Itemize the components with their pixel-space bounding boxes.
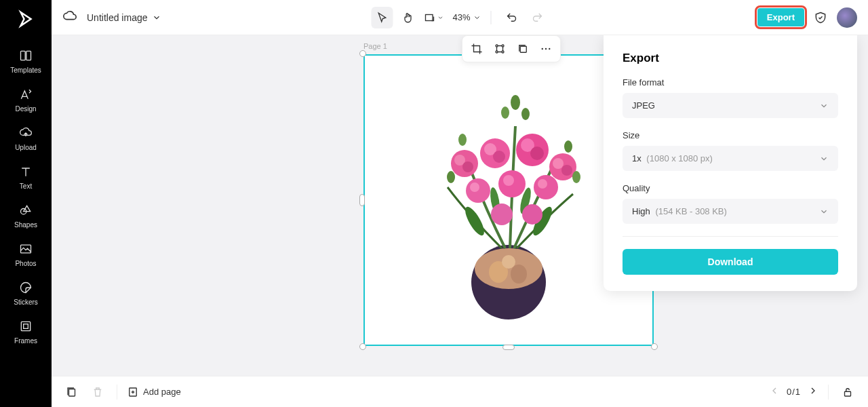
format-value: JPEG <box>632 100 655 111</box>
page-label: Page 1 <box>363 42 387 50</box>
svg-point-7 <box>496 45 498 47</box>
format-label: File format <box>623 77 838 88</box>
quality-value: High <box>632 206 650 216</box>
svg-rect-6 <box>425 14 433 20</box>
design-icon <box>18 86 34 102</box>
svg-point-42 <box>491 204 513 225</box>
rail-item-upload[interactable]: Upload <box>0 118 52 157</box>
rail-item-photos[interactable]: Photos <box>0 234 52 273</box>
svg-point-8 <box>502 45 504 47</box>
shapes-icon <box>18 202 34 218</box>
more-icon[interactable] <box>536 39 556 59</box>
topbar: Untitled image 43% <box>52 0 868 35</box>
topbar-center-tools: 43% <box>371 7 548 28</box>
download-button[interactable]: Download <box>623 249 838 275</box>
next-page-button[interactable] <box>808 385 818 398</box>
quality-hint: (154 KB - 308 KB) <box>655 206 727 216</box>
chevron-down-icon <box>819 207 829 216</box>
format-select[interactable]: JPEG <box>623 93 838 118</box>
undo-button[interactable] <box>501 7 523 28</box>
export-button[interactable]: Export <box>757 8 804 26</box>
lock-icon[interactable] <box>838 383 857 402</box>
svg-rect-53 <box>845 391 851 396</box>
app-logo[interactable] <box>14 7 38 31</box>
size-value: 1x <box>632 153 642 163</box>
resize-handle-br[interactable] <box>651 343 658 350</box>
pages-panel-icon[interactable] <box>62 383 81 402</box>
svg-point-41 <box>538 179 547 189</box>
svg-rect-51 <box>69 389 75 396</box>
quality-select[interactable]: High (154 KB - 308 KB) <box>623 199 838 224</box>
redo-button[interactable] <box>527 7 549 28</box>
zoom-value: 43% <box>452 12 470 22</box>
user-avatar[interactable] <box>837 7 857 28</box>
artboard-tool[interactable] <box>422 7 444 28</box>
prev-page-button[interactable] <box>769 385 780 398</box>
svg-point-12 <box>542 48 543 50</box>
rail-item-stickers[interactable]: Stickers <box>0 273 52 311</box>
svg-point-29 <box>493 151 505 163</box>
bottombar: Add page 0/1 <box>52 376 868 407</box>
resize-handle-mb[interactable] <box>502 345 515 350</box>
text-icon <box>18 163 34 180</box>
rail-item-text[interactable]: Text <box>0 157 52 195</box>
svg-point-18 <box>511 265 527 284</box>
svg-point-9 <box>496 51 498 53</box>
left-rail: Templates Design Upload Text Shapes Phot… <box>0 0 52 407</box>
rail-label: Upload <box>15 144 37 151</box>
rail-label: Stickers <box>14 298 38 306</box>
svg-point-36 <box>466 178 490 203</box>
stickers-icon <box>18 279 34 296</box>
rail-item-shapes[interactable]: Shapes <box>0 195 52 234</box>
rail-item-templates[interactable]: Templates <box>0 41 52 79</box>
svg-point-40 <box>534 175 558 199</box>
size-label: Size <box>623 130 838 140</box>
page-counter: 0/1 <box>787 387 801 397</box>
svg-point-47 <box>458 134 467 146</box>
svg-point-32 <box>530 147 544 160</box>
svg-point-49 <box>572 171 580 183</box>
canvas-image[interactable] <box>400 65 617 323</box>
svg-point-45 <box>501 106 509 119</box>
cloud-sync-icon[interactable] <box>62 9 77 26</box>
rail-label: Photos <box>15 260 36 267</box>
svg-point-39 <box>503 175 514 186</box>
svg-point-20 <box>462 205 488 239</box>
svg-point-44 <box>511 95 520 110</box>
shield-icon[interactable] <box>811 8 830 27</box>
page-nav: 0/1 <box>769 385 818 398</box>
layers-icon[interactable] <box>513 39 533 59</box>
document-title[interactable]: Untitled image <box>87 12 161 23</box>
resize-handle-tl[interactable] <box>359 50 366 57</box>
rail-item-design[interactable]: Design <box>0 79 52 118</box>
rail-item-frames[interactable]: Frames <box>0 311 52 350</box>
svg-rect-1 <box>26 51 31 60</box>
svg-point-48 <box>564 140 572 153</box>
upload-icon <box>18 125 34 141</box>
svg-point-50 <box>447 171 455 183</box>
svg-point-43 <box>522 204 542 225</box>
title-text: Untitled image <box>87 12 148 23</box>
separator <box>491 11 492 24</box>
resize-handle-ml[interactable] <box>359 194 365 206</box>
svg-point-13 <box>545 48 547 50</box>
crop-icon[interactable] <box>467 39 487 59</box>
size-hint: (1080 x 1080 px) <box>646 153 713 163</box>
resize-handle-bl[interactable] <box>359 343 366 350</box>
select-tool[interactable] <box>371 7 393 28</box>
svg-point-26 <box>462 161 473 172</box>
separator <box>117 385 117 400</box>
workspace[interactable]: Page 1 <box>52 35 868 376</box>
chevron-down-icon <box>819 101 829 111</box>
size-select[interactable]: 1x (1080 x 1080 px) <box>623 146 838 171</box>
rail-label: Text <box>20 182 32 190</box>
trash-icon[interactable] <box>88 383 107 402</box>
photos-icon <box>18 241 34 257</box>
hand-tool[interactable] <box>397 7 418 28</box>
adjust-icon[interactable] <box>490 39 510 59</box>
selection-toolbar <box>462 35 561 62</box>
svg-point-35 <box>561 165 572 176</box>
rail-label: Shapes <box>14 221 37 229</box>
zoom-dropdown[interactable]: 43% <box>452 12 481 22</box>
add-page-button[interactable]: Add page <box>127 386 181 398</box>
